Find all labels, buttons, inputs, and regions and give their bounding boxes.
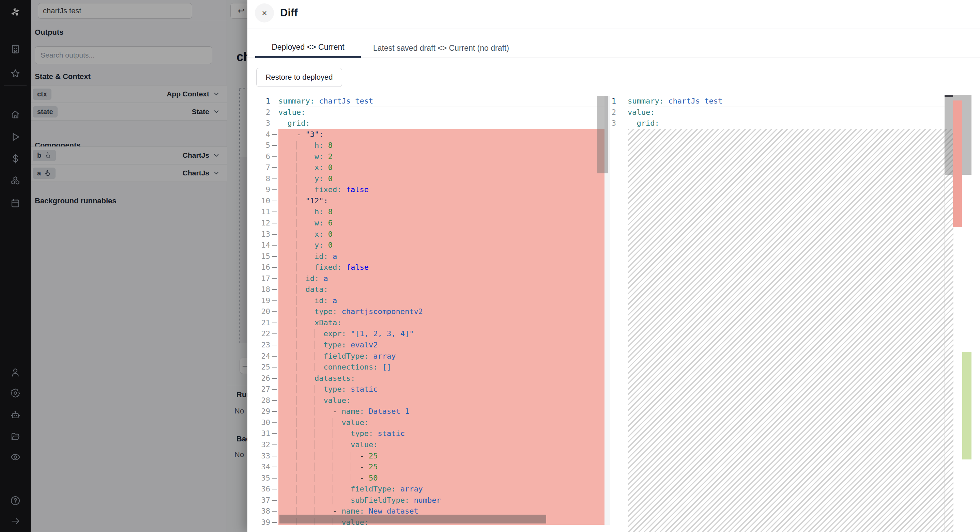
line-number: 26− — [247, 373, 278, 384]
code-text: type: static — [278, 428, 605, 439]
line-number: 7− — [247, 162, 278, 173]
deleted-line-mark: − — [271, 428, 277, 439]
code-text: summary: chartJs test — [278, 96, 605, 107]
line-number: 13− — [247, 229, 278, 240]
line-number: 18− — [247, 284, 278, 295]
gutter-lane — [605, 417, 610, 429]
deleted-region-placeholder — [628, 129, 953, 532]
line-number: 38− — [247, 506, 278, 517]
code-text: h: 8 — [278, 206, 605, 218]
gutter-lane — [605, 273, 610, 284]
deleted-line-mark: − — [271, 284, 277, 295]
diff-line: 2value: — [610, 107, 980, 118]
line-number: 37− — [247, 495, 278, 506]
code-text: "12": — [278, 195, 605, 207]
deleted-line-mark: − — [271, 129, 277, 140]
code-text: w: 2 — [278, 151, 605, 162]
code-text: - 25 — [278, 451, 605, 462]
tab-draft-current[interactable]: Latest saved draft <> Current (no draft) — [371, 38, 512, 58]
diff-line: 25− connections: [] — [247, 362, 610, 373]
code-text: fixed: false — [278, 184, 605, 195]
diff-line: 6− w: 2 — [247, 151, 610, 162]
overview-region-mark — [962, 352, 972, 459]
line-number: 16− — [247, 262, 278, 273]
gutter-lane — [605, 340, 610, 351]
vertical-scrollbar[interactable] — [597, 96, 608, 173]
diff-line: 31− type: static — [247, 428, 610, 439]
header-divider — [247, 29, 980, 29]
deleted-line-mark: − — [271, 373, 277, 384]
gutter-lane — [605, 362, 610, 373]
code-text: datasets: — [278, 373, 605, 384]
deleted-line-mark: − — [271, 417, 277, 429]
code-text: fieldType: array — [278, 484, 605, 495]
diff-line: 10− "12": — [247, 195, 610, 207]
deleted-line-mark: − — [271, 328, 277, 340]
line-number: 33− — [247, 451, 278, 462]
code-text: type: static — [278, 384, 605, 395]
code-text: id: a — [278, 251, 605, 262]
deleted-line-mark: − — [271, 162, 277, 173]
code-text: grid: — [628, 118, 945, 129]
diff-line: 35− - 50 — [247, 473, 610, 484]
deleted-line-mark: − — [271, 195, 277, 207]
code-text: - name: Dataset 1 — [278, 406, 605, 417]
line-number: 2 — [247, 107, 278, 118]
diff-original-pane[interactable]: 1summary: chartJs test2value:3 grid:4− -… — [247, 95, 610, 525]
gutter-lane — [605, 295, 610, 306]
line-number: 4− — [247, 129, 278, 140]
diff-line: 3 grid: — [247, 118, 610, 129]
gutter-lane — [605, 395, 610, 407]
code-text: type: chartjscomponentv2 — [278, 306, 605, 318]
line-number: 22− — [247, 328, 278, 340]
diff-line: 3 grid: — [610, 118, 980, 129]
code-text: connections: [] — [278, 362, 605, 373]
deleted-line-mark: − — [271, 451, 277, 462]
diff-line: 14− y: 0 — [247, 240, 610, 251]
diff-line: 22− expr: "[1, 2, 3, 4]" — [247, 328, 610, 340]
deleted-line-mark: − — [271, 362, 277, 373]
gutter-lane — [605, 473, 610, 484]
diff-line: 9− fixed: false — [247, 184, 610, 195]
line-number: 23− — [247, 340, 278, 351]
diff-line: 37− subFieldType: number — [247, 495, 610, 506]
diff-line: 26− datasets: — [247, 373, 610, 384]
diff-line: 15− id: a — [247, 251, 610, 262]
diff-line: 5− h: 8 — [247, 140, 610, 151]
diff-editor: 1summary: chartJs test2value:3 grid:4− -… — [247, 95, 980, 532]
app-viewport: Outputs State & Context ctxApp Contextst… — [0, 0, 980, 532]
deleted-line-mark: − — [271, 218, 277, 229]
diff-line: 32− value: — [247, 439, 610, 451]
line-number: 21− — [247, 318, 278, 329]
line-number: 25− — [247, 362, 278, 373]
deleted-line-mark: − — [271, 406, 277, 417]
deleted-line-mark: − — [271, 351, 277, 362]
line-number: 3 — [247, 118, 278, 129]
line-number: 39− — [247, 517, 278, 525]
diff-line: 7− x: 0 — [247, 162, 610, 173]
deleted-line-mark: − — [271, 240, 277, 251]
line-number: 30− — [247, 417, 278, 429]
gutter-lane — [605, 306, 610, 318]
code-text: xData: — [278, 318, 605, 329]
gutter-lane — [605, 384, 610, 395]
gutter-lane — [605, 428, 610, 439]
line-number: 20− — [247, 306, 278, 318]
diff-line: 11− h: 8 — [247, 206, 610, 218]
diff-modified-pane[interactable]: 1summary: chartJs test2value:3 grid: — [610, 95, 980, 532]
deleted-line-mark: − — [271, 273, 277, 284]
gutter-lane — [605, 184, 610, 195]
diff-line: 33− - 25 — [247, 451, 610, 462]
diff-line: 21− xData: — [247, 318, 610, 329]
deleted-line-mark: − — [271, 517, 277, 525]
horizontal-scrollbar[interactable] — [279, 515, 546, 524]
overview-deleted-mark — [953, 100, 962, 227]
code-text: value: — [278, 417, 605, 429]
line-number: 27− — [247, 384, 278, 395]
restore-to-deployed-button[interactable]: Restore to deployed — [256, 68, 342, 87]
deleted-line-mark: − — [271, 151, 277, 162]
tab-deployed-current[interactable]: Deployed <> Current — [255, 38, 361, 58]
close-icon[interactable]: × — [255, 3, 274, 22]
diff-line: 1summary: chartJs test — [247, 96, 610, 107]
deleted-line-mark: − — [271, 439, 277, 451]
